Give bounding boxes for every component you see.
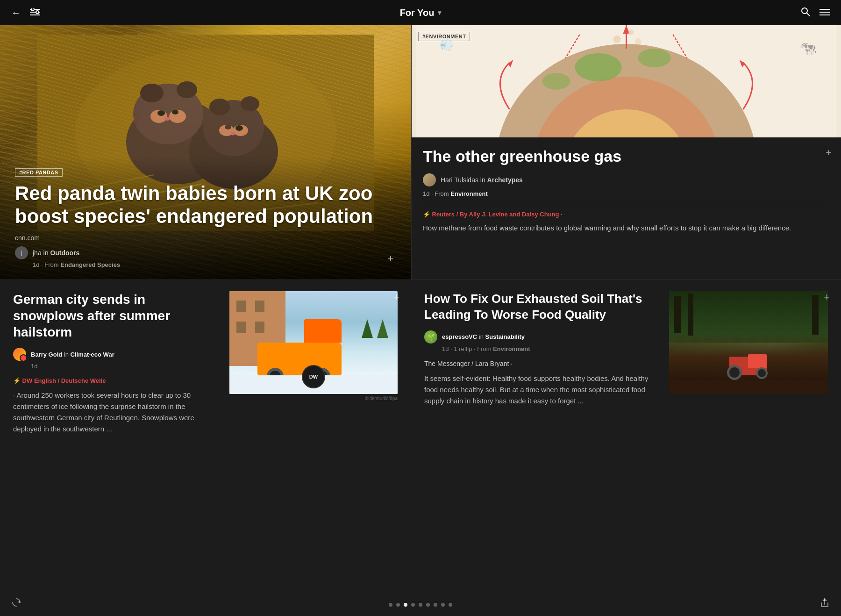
- back-icon[interactable]: ←: [11, 7, 21, 18]
- svg-point-3: [31, 8, 34, 11]
- soil-description: It seems self-evident: Healthy food supp…: [424, 373, 658, 407]
- svg-point-26: [164, 117, 170, 121]
- svg-point-50: [628, 29, 634, 35]
- svg-point-25: [172, 110, 178, 115]
- share-icon[interactable]: [820, 597, 830, 609]
- featured-overlay: #RED PANDAS Red panda twin babies born a…: [0, 157, 411, 279]
- soil-source: The Messenger / Lara Bryant ·: [424, 360, 658, 367]
- greenhouse-time-meta: 1d · From Environment: [423, 190, 830, 197]
- page-dot-3[interactable]: [404, 603, 407, 607]
- page-dots: [389, 603, 452, 607]
- featured-meta-text: jha in Outdoors: [33, 249, 79, 257]
- svg-point-31: [230, 132, 235, 136]
- greenhouse-gas-article[interactable]: #ENVIRONMENT: [411, 25, 841, 279]
- image-credit: bilderstudio/dpa: [229, 396, 398, 401]
- snowplow-image: DW: [229, 291, 398, 394]
- svg-marker-54: [18, 601, 20, 603]
- svg-point-19: [177, 81, 197, 98]
- greenhouse-content: The other greenhouse gas Hari Tulsidas i…: [412, 137, 841, 243]
- svg-point-18: [140, 84, 164, 102]
- featured-source: cnn.com: [15, 234, 396, 242]
- soil-author-meta: espressoVC in Sustainability: [442, 333, 525, 340]
- soil-time: 1d · 1 reflip · From Environment: [442, 345, 658, 352]
- svg-point-41: [638, 49, 671, 67]
- svg-point-40: [575, 53, 622, 81]
- dw-logo: DW: [302, 365, 325, 388]
- search-icon[interactable]: [801, 7, 810, 19]
- svg-point-51: [635, 38, 641, 45]
- hailstorm-title: German city sends in snowplows after sum…: [13, 291, 218, 340]
- svg-point-29: [225, 125, 231, 129]
- page-dot-9[interactable]: [449, 603, 452, 607]
- environment-tag: #ENVIRONMENT: [418, 32, 470, 41]
- hailstorm-description: · Around 250 workers took several hours …: [13, 390, 218, 435]
- greenhouse-channel: Archetypes: [487, 176, 523, 184]
- soil-title: How To Fix Our Exhausted Soil That's Lea…: [424, 291, 658, 323]
- svg-point-20: [209, 99, 230, 115]
- greenhouse-author-name: Hari Tulsidas: [441, 176, 478, 184]
- hailstorm-plus-button[interactable]: +: [393, 291, 399, 303]
- page-dot-4[interactable]: [411, 603, 415, 607]
- svg-point-42: [542, 73, 570, 90]
- greenhouse-author-meta: Hari Tulsidas in Archetypes: [441, 176, 523, 184]
- page-dot-6[interactable]: [426, 603, 430, 607]
- featured-channel: Outdoors: [50, 249, 79, 257]
- soil-plus-button[interactable]: +: [824, 291, 830, 303]
- greenhouse-plus-button[interactable]: +: [826, 147, 832, 159]
- hailstorm-time: 1d: [31, 363, 218, 370]
- hailstorm-text: German city sends in snowplows after sum…: [13, 291, 218, 605]
- nav-right: [801, 7, 830, 19]
- menu-icon[interactable]: [820, 7, 830, 18]
- featured-article-red-pandas[interactable]: #RED PANDAS Red panda twin babies born a…: [0, 25, 411, 279]
- top-navigation: ← For You ▾: [0, 0, 841, 25]
- featured-plus-button[interactable]: +: [383, 251, 398, 266]
- hailstorm-image-container: DW bilderstudio/dpa: [229, 291, 398, 605]
- filter-icon[interactable]: [30, 7, 40, 18]
- for-you-label: For You: [400, 7, 435, 18]
- nav-center-title[interactable]: For You ▾: [400, 7, 442, 18]
- soil-image-container: [669, 291, 828, 407]
- svg-point-24: [157, 110, 165, 116]
- chevron-down-icon: ▾: [438, 9, 441, 16]
- soil-article[interactable]: How To Fix Our Exhausted Soil That's Lea…: [411, 279, 841, 616]
- featured-author-avatar: j: [15, 246, 28, 259]
- earth-diagram-svg: 🐄 💨: [412, 25, 841, 137]
- svg-point-30: [235, 125, 243, 131]
- hailstorm-inner: German city sends in snowplows after sum…: [13, 291, 398, 605]
- greenhouse-author-avatar: [423, 173, 436, 186]
- svg-point-21: [241, 96, 259, 111]
- red-pandas-tag: #RED PANDAS: [15, 168, 63, 177]
- svg-point-5: [802, 8, 807, 14]
- page-dot-2[interactable]: [396, 603, 400, 607]
- hailstorm-author-avatar: [13, 348, 26, 361]
- soil-author-avatar: 🌱: [424, 330, 437, 344]
- featured-title: Red panda twin babies born at UK zoo boo…: [15, 182, 396, 228]
- greenhouse-source: ⚡ Reuters / By Ally J. Levine and Daisy …: [423, 211, 830, 218]
- hailstorm-article[interactable]: German city sends in snowplows after sum…: [0, 279, 411, 616]
- svg-text:🐄: 🐄: [799, 40, 817, 57]
- svg-marker-55: [822, 598, 827, 601]
- soil-image: [669, 291, 828, 394]
- main-grid: #RED PANDAS Red panda twin babies born a…: [0, 25, 841, 616]
- page-dot-1[interactable]: [389, 603, 392, 607]
- page-dot-5[interactable]: [419, 603, 422, 607]
- soil-text: How To Fix Our Exhausted Soil That's Lea…: [424, 291, 658, 407]
- featured-time: 1d · From Endangered Species: [33, 261, 396, 268]
- page-dot-7[interactable]: [434, 603, 437, 607]
- svg-point-49: [613, 36, 621, 43]
- hailstorm-author: Barry Gold in Climat-eco War: [13, 348, 218, 361]
- soil-inner: How To Fix Our Exhausted Soil That's Lea…: [424, 291, 828, 407]
- greenhouse-description: How methane from food waste contributes …: [423, 222, 830, 233]
- hailstorm-source: ⚡ DW English / Deutsche Welle: [13, 377, 218, 384]
- featured-meta: j jha in Outdoors: [15, 246, 396, 259]
- greenhouse-image: #ENVIRONMENT: [412, 25, 841, 137]
- page-dot-8[interactable]: [441, 603, 445, 607]
- greenhouse-title: The other greenhouse gas: [423, 147, 830, 166]
- refresh-icon[interactable]: [11, 597, 21, 609]
- featured-author-name: jha: [33, 249, 42, 257]
- separator: [423, 204, 830, 204]
- soil-author: 🌱 espressoVC in Sustainability: [424, 330, 658, 344]
- nav-left: ←: [11, 7, 40, 18]
- hailstorm-author-meta: Barry Gold in Climat-eco War: [31, 351, 114, 358]
- svg-line-6: [807, 13, 810, 16]
